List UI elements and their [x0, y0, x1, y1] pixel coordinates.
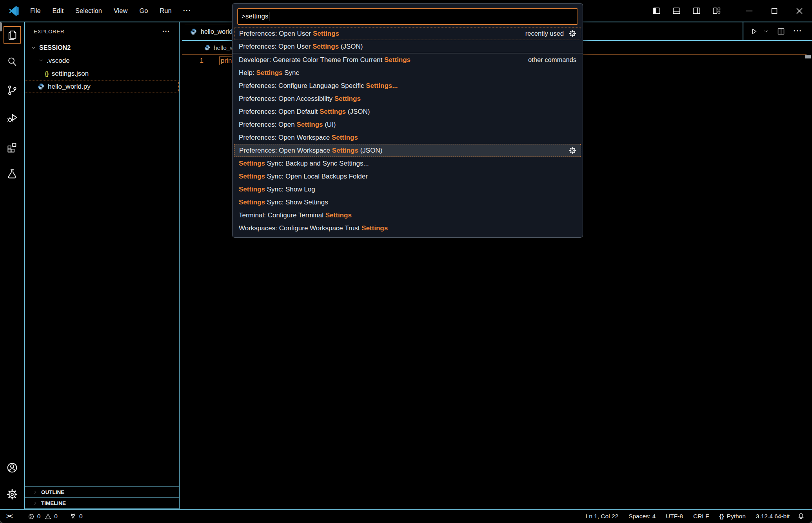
command-item-label: Developer: Generate Color Theme From Cur… — [239, 56, 411, 64]
command-input[interactable]: >settings — [237, 8, 578, 25]
command-item-8[interactable]: Preferences: Open Workspace Settings — [234, 131, 581, 144]
warning-icon — [44, 513, 52, 520]
editor-scrollbar[interactable] — [805, 55, 811, 58]
notifications-bell-icon[interactable] — [797, 512, 805, 520]
menu-item-run[interactable]: Run — [154, 5, 177, 17]
command-item-label: Preferences: Open Workspace Settings (JS… — [239, 147, 382, 155]
menu-item-view[interactable]: View — [108, 5, 133, 17]
indentation[interactable]: Spaces: 4 — [629, 513, 656, 520]
outline-section[interactable]: OUTLINE — [25, 487, 179, 497]
ports-count: 0 — [79, 513, 83, 520]
split-editor-icon[interactable] — [776, 27, 786, 36]
command-item-14[interactable]: Terminal: Configure Terminal Settings — [234, 209, 581, 222]
close-button[interactable] — [787, 0, 812, 22]
testing-icon[interactable] — [4, 165, 21, 182]
command-item-label: Workspaces: Configure Workspace Trust Se… — [239, 224, 388, 232]
text-caret — [269, 12, 270, 21]
gear-icon[interactable] — [569, 146, 577, 155]
group-label: other commands — [528, 56, 576, 64]
ports-indicator[interactable]: 0 — [69, 513, 83, 520]
source-control-icon[interactable] — [4, 82, 21, 99]
run-dropdown-icon[interactable] — [763, 28, 769, 35]
menu-item-file[interactable]: File — [24, 5, 47, 17]
gear-icon[interactable] — [569, 29, 577, 38]
manage-gear-icon[interactable] — [4, 486, 21, 503]
command-item-2[interactable]: Developer: Generate Color Theme From Cur… — [234, 53, 581, 66]
command-item-5[interactable]: Preferences: Open Accessibility Settings — [234, 92, 581, 105]
python-icon — [37, 83, 45, 90]
command-item-label: Help: Settings Sync — [239, 69, 299, 77]
cursor-position[interactable]: Ln 1, Col 22 — [586, 513, 619, 520]
toggle-panel-icon[interactable] — [667, 6, 687, 16]
json-icon: {} — [45, 70, 49, 77]
customize-layout-icon[interactable] — [707, 6, 727, 16]
chevron-right-icon — [33, 501, 38, 506]
more-actions-icon[interactable]: ··· — [790, 27, 806, 35]
eol-sequence[interactable]: CRLF — [693, 513, 709, 520]
vscode-window: FileEditSelectionViewGoRun ··· — [0, 0, 812, 523]
menu-overflow-button[interactable]: ··· — [178, 7, 197, 15]
command-item-label: Settings Sync: Show Settings — [239, 199, 328, 206]
command-item-12[interactable]: Settings Sync: Show Log — [234, 183, 581, 196]
remote-indicator[interactable]: >< — [6, 513, 12, 520]
tree-item-settings-json[interactable]: {} settings.json — [25, 67, 179, 80]
run-debug-icon[interactable] — [4, 109, 21, 126]
command-item-label: Settings Sync: Open Local Backups Folder — [239, 173, 368, 180]
command-item-0[interactable]: Preferences: Open User Settingsrecently … — [234, 27, 581, 40]
command-item-9[interactable]: Preferences: Open Workspace Settings (JS… — [234, 144, 581, 157]
toggle-secondary-sidebar-icon[interactable] — [687, 6, 707, 16]
language-mode[interactable]: {} Python — [719, 513, 745, 520]
braces-icon: {} — [719, 513, 724, 520]
search-icon[interactable] — [4, 53, 21, 70]
tree-item-label: .vscode — [47, 57, 70, 65]
menu-item-edit[interactable]: Edit — [47, 5, 69, 17]
accounts-icon[interactable] — [4, 459, 21, 476]
explorer-header: EXPLORER ··· — [25, 22, 179, 40]
command-item-7[interactable]: Preferences: Open Settings (UI) — [234, 118, 581, 131]
chevron-down-icon — [38, 58, 44, 64]
command-item-1[interactable]: Preferences: Open User Settings (JSON) — [234, 40, 581, 53]
command-item-label: Preferences: Open User Settings (JSON) — [239, 43, 363, 51]
command-item-10[interactable]: Settings Sync: Backup and Sync Settings.… — [234, 157, 581, 170]
line-number: 1 — [182, 57, 203, 65]
group-label: recently used — [525, 30, 564, 37]
command-item-label: Settings Sync: Backup and Sync Settings.… — [239, 160, 369, 168]
command-item-label: Preferences: Open Default Settings (JSON… — [239, 108, 370, 116]
chevron-down-icon — [31, 45, 36, 51]
menu-item-selection[interactable]: Selection — [69, 5, 108, 17]
run-button[interactable] — [749, 27, 759, 36]
tree-item-vscode-folder[interactable]: .vscode — [25, 54, 179, 67]
maximize-button[interactable] — [762, 0, 787, 22]
command-item-11[interactable]: Settings Sync: Open Local Backups Folder — [234, 170, 581, 183]
broadcast-icon — [69, 513, 77, 520]
tree-item-session2[interactable]: SESSION2 — [25, 41, 179, 54]
explorer-more-icon[interactable]: ··· — [162, 27, 170, 35]
activity-bar-grip — [0, 22, 2, 31]
command-item-label: Preferences: Open Settings (UI) — [239, 121, 336, 129]
command-item-6[interactable]: Preferences: Open Default Settings (JSON… — [234, 105, 581, 118]
menu-item-go[interactable]: Go — [133, 5, 154, 17]
language-label: Python — [727, 513, 746, 520]
tree-item-label: hello_world.py — [48, 83, 91, 91]
command-item-15[interactable]: Workspaces: Configure Workspace Trust Se… — [234, 222, 581, 235]
error-count: 0 — [37, 513, 41, 520]
command-palette: >settings Preferences: Open User Setting… — [232, 3, 583, 238]
command-item-3[interactable]: Help: Settings Sync — [234, 66, 581, 79]
tree-item-hello-world-py[interactable]: hello_world.py — [25, 80, 179, 93]
vscode-logo-icon — [9, 6, 19, 16]
python-interpreter[interactable]: 3.12.4 64-bit — [756, 513, 790, 520]
error-icon — [27, 513, 35, 520]
toggle-sidebar-icon[interactable] — [647, 6, 667, 16]
menu-bar: FileEditSelectionViewGoRun — [24, 5, 178, 17]
explorer-icon[interactable] — [4, 26, 21, 44]
warning-count: 0 — [54, 513, 58, 520]
problems-indicator[interactable]: 0 0 — [27, 513, 58, 520]
command-item-13[interactable]: Settings Sync: Show Settings — [234, 196, 581, 209]
extensions-icon[interactable] — [4, 138, 21, 156]
minimize-button[interactable] — [737, 0, 762, 22]
timeline-section[interactable]: TIMELINE — [25, 497, 179, 508]
encoding[interactable]: UTF-8 — [666, 513, 683, 520]
command-item-label: Preferences: Open Accessibility Settings — [239, 95, 361, 103]
explorer-sidebar: EXPLORER ··· SESSION2 .vscode {} setting… — [25, 22, 180, 509]
command-item-4[interactable]: Preferences: Configure Language Specific… — [234, 79, 581, 92]
